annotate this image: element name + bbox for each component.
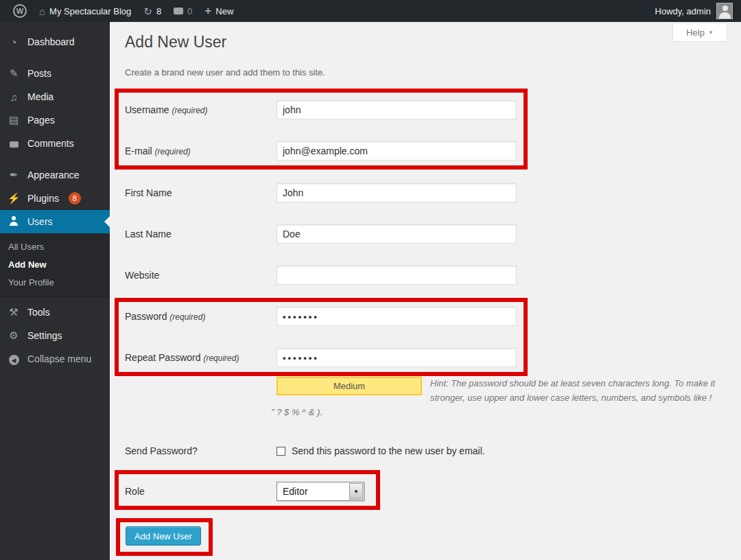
collapse-arrow-icon: ◀ <box>7 353 21 366</box>
role-row: Role Editor ▼ <box>125 482 364 501</box>
website-row: Website <box>125 266 517 285</box>
sidebar-item-tools[interactable]: ⚒ Tools <box>0 301 110 324</box>
send-password-row: Send Password? Send this password to the… <box>125 445 485 456</box>
comment-bubble-icon <box>174 8 183 14</box>
sidebar-item-plugins[interactable]: ⚡ Plugins 8 <box>0 187 110 210</box>
chevron-down-icon: ▼ <box>708 30 714 36</box>
comments-menu[interactable]: 0 <box>167 0 198 22</box>
sidebar-item-users[interactable]: Users <box>0 210 110 233</box>
user-avatar[interactable] <box>716 3 733 19</box>
repeat-password-row: Repeat Password (required) <box>125 348 517 367</box>
comment-bubble-icon <box>7 138 21 150</box>
password-input[interactable] <box>277 307 517 326</box>
updates-menu[interactable]: ↻ 8 <box>137 0 167 22</box>
submenu-item-label: All Users <box>8 242 44 252</box>
person-icon <box>7 216 21 228</box>
menu-separator <box>0 155 110 163</box>
submenu-item-add-new[interactable]: Add New <box>0 255 110 273</box>
send-password-checkbox[interactable] <box>277 447 285 456</box>
main-content: Help ▼ Add New User Create a brand new u… <box>110 22 741 560</box>
sidebar-item-settings[interactable]: ⚙ Settings <box>0 324 110 347</box>
first-name-input[interactable] <box>277 183 517 202</box>
first-name-label: First Name <box>125 187 277 198</box>
page-subtitle: Create a brand new user and add them to … <box>125 67 325 78</box>
submenu-item-label: Your Profile <box>8 277 54 288</box>
required-hint: (required) <box>172 106 207 115</box>
collapse-menu-button[interactable]: ◀ Collapse menu <box>0 347 110 371</box>
password-strength-row: Medium Hint: The password should be at l… <box>271 376 717 419</box>
username-input[interactable] <box>277 100 517 119</box>
password-strength-meter: Medium <box>277 377 422 395</box>
pushpin-icon: ✎ <box>7 67 21 80</box>
sidebar-item-label: Comments <box>27 138 74 149</box>
home-icon: ⌂ <box>39 6 45 16</box>
admin-bar-left: W ⌂ My Spectacular Blog ↻ 8 0 + New <box>0 0 239 22</box>
sidebar-item-label: Settings <box>27 330 62 341</box>
wordpress-logo-icon: W <box>13 4 27 18</box>
update-count: 8 <box>156 6 161 16</box>
first-name-row: First Name <box>125 183 517 202</box>
role-selected-value: Editor <box>277 486 349 497</box>
plug-icon: ⚡ <box>7 192 21 205</box>
active-menu-arrow <box>99 216 110 227</box>
new-label: New <box>215 6 233 16</box>
website-input[interactable] <box>277 266 517 285</box>
password-row: Password (required) <box>125 307 517 326</box>
plus-icon: + <box>204 4 211 18</box>
sidebar-item-appearance[interactable]: ✒ Appearance <box>0 163 110 187</box>
required-hint: (required) <box>169 312 205 322</box>
media-notes-icon: ♫ <box>7 91 21 103</box>
sliders-icon: ⚙ <box>7 329 21 342</box>
submenu-item-all-users[interactable]: All Users <box>0 237 110 255</box>
sidebar-item-posts[interactable]: ✎ Posts <box>0 62 110 85</box>
sidebar-item-label: Plugins <box>27 193 59 204</box>
menu-separator <box>0 54 110 62</box>
repeat-password-input[interactable] <box>277 348 517 367</box>
username-row: Username (required) <box>125 100 517 119</box>
howdy-admin-menu[interactable]: Howdy, admin <box>655 6 711 16</box>
admin-sidebar: ◔ Dashboard ✎ Posts ♫ Media ▤ Pages Comm… <box>0 22 110 560</box>
password-label: Password (required) <box>125 311 277 322</box>
paintbrush-icon: ✒ <box>7 169 21 181</box>
sidebar-item-label: Users <box>27 216 53 227</box>
site-name-label: My Spectacular Blog <box>49 6 131 16</box>
last-name-input[interactable] <box>277 224 517 244</box>
dashboard-gauge-icon: ◔ <box>7 36 21 48</box>
sidebar-item-pages[interactable]: ▤ Pages <box>0 108 110 132</box>
plugins-update-badge: 8 <box>69 192 81 205</box>
last-name-row: Last Name <box>125 224 517 244</box>
required-hint: (required) <box>155 147 191 156</box>
username-label: Username (required) <box>125 104 277 115</box>
email-label: E-mail (required) <box>125 145 277 156</box>
new-content-menu[interactable]: + New <box>198 0 239 22</box>
sidebar-item-label: Posts <box>27 68 51 79</box>
page-title: Add New User <box>125 33 226 51</box>
site-name-menu[interactable]: ⌂ My Spectacular Blog <box>33 0 137 22</box>
admin-bar-right: Howdy, admin <box>655 3 741 19</box>
website-label: Website <box>125 270 277 281</box>
role-select[interactable]: Editor ▼ <box>277 482 364 501</box>
send-password-label: Send Password? <box>125 445 277 456</box>
sidebar-item-label: Appearance <box>27 170 80 180</box>
wrench-icon: ⚒ <box>7 306 21 318</box>
sidebar-item-label: Dashboard <box>27 36 75 47</box>
wordpress-logo-menu[interactable]: W <box>7 0 33 22</box>
email-input[interactable] <box>277 141 517 161</box>
select-dropdown-button[interactable]: ▼ <box>349 483 363 500</box>
add-new-user-button[interactable]: Add New User <box>126 526 201 546</box>
sidebar-item-media[interactable]: ♫ Media <box>0 85 110 108</box>
last-name-label: Last Name <box>125 229 277 240</box>
repeat-password-label: Repeat Password (required) <box>125 352 277 363</box>
pages-stack-icon: ▤ <box>7 114 21 126</box>
sidebar-item-label: Media <box>27 91 54 102</box>
sidebar-item-label: Tools <box>27 307 50 318</box>
submenu-item-your-profile[interactable]: Your Profile <box>0 273 110 291</box>
sidebar-item-dashboard[interactable]: ◔ Dashboard <box>0 30 110 54</box>
collapse-menu-label: Collapse menu <box>27 353 91 364</box>
comment-count: 0 <box>187 6 192 16</box>
help-button[interactable]: Help ▼ <box>672 23 727 42</box>
submenu-item-label: Add New <box>8 259 47 270</box>
role-label: Role <box>125 486 277 497</box>
help-label: Help <box>686 27 705 38</box>
sidebar-item-comments[interactable]: Comments <box>0 132 110 155</box>
